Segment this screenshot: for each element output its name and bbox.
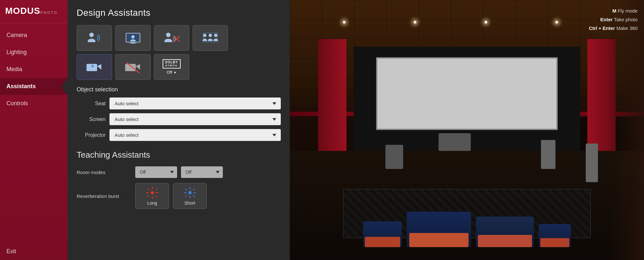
svg-line-25 bbox=[156, 196, 157, 197]
object-selection-label: Object selection bbox=[77, 86, 281, 93]
svg-rect-16 bbox=[125, 64, 136, 71]
sidebar-item-controls[interactable]: Controls bbox=[0, 95, 68, 112]
screen-label: Screen bbox=[77, 116, 106, 122]
svg-line-27 bbox=[147, 196, 149, 197]
svg-point-6 bbox=[166, 33, 171, 37]
icon-buttons-row-2: DOLBY ATMOS Off ▼ bbox=[77, 54, 281, 80]
seat-label: Seat bbox=[77, 101, 106, 107]
sidebar-item-lighting[interactable]: Lighting bbox=[0, 44, 68, 61]
center-speaker bbox=[439, 133, 471, 151]
room-modes-row: Room modes Off Mode 1 Mode 2 Off Mode 1 … bbox=[77, 166, 281, 178]
main-panel: Design Assistants bbox=[68, 0, 290, 260]
right-wall bbox=[609, 0, 644, 260]
sidebar-item-media[interactable]: Media bbox=[0, 61, 68, 78]
svg-point-9 bbox=[203, 34, 206, 37]
svg-line-26 bbox=[156, 189, 157, 190]
projector-row: Projector Auto select Manual select None bbox=[77, 129, 281, 141]
viewport: M Fly mode Enter Take photo Ctrl + Enter… bbox=[290, 0, 644, 260]
logo-text: MODUS bbox=[5, 6, 40, 16]
seat-row bbox=[308, 212, 626, 247]
svg-line-36 bbox=[185, 195, 187, 197]
teaching-assistants-section: Teaching Assistants Room modes Off Mode … bbox=[77, 150, 281, 209]
person-sound-button[interactable] bbox=[77, 25, 112, 51]
seat-4 bbox=[539, 224, 571, 247]
sidebar-item-camera[interactable]: Camera bbox=[0, 27, 68, 44]
screen-row: Screen Auto select Manual select None bbox=[77, 113, 281, 125]
projector-select[interactable]: Auto select Manual select None bbox=[109, 129, 281, 141]
svg-rect-5 bbox=[130, 43, 137, 44]
reverberation-long-button[interactable]: Long bbox=[135, 183, 169, 209]
sidebar-item-assistants[interactable]: Assistants bbox=[0, 78, 68, 95]
nav-items: Camera Lighting Media Assistants Control… bbox=[0, 27, 68, 112]
icon-buttons-row-1 bbox=[77, 25, 281, 51]
seat-2 bbox=[407, 212, 471, 247]
subwoofer-right bbox=[541, 140, 555, 169]
reverberation-label: Reverberation burst bbox=[77, 193, 131, 199]
large-speaker bbox=[586, 144, 598, 182]
exit-button[interactable]: Exit bbox=[0, 243, 68, 260]
camera-mute-button[interactable] bbox=[115, 54, 151, 80]
room-modes-select-1[interactable]: Off Mode 1 Mode 2 bbox=[135, 166, 177, 178]
screen-person-button[interactable] bbox=[115, 25, 151, 51]
svg-point-0 bbox=[89, 33, 94, 37]
reverberation-short-button[interactable]: Short bbox=[173, 183, 207, 209]
svg-marker-17 bbox=[136, 64, 140, 70]
svg-line-34 bbox=[193, 195, 194, 197]
panel-title: Design Assistants bbox=[77, 8, 281, 18]
seat-row: Seat Auto select Manual select None bbox=[77, 98, 281, 109]
reverb-long-label: Long bbox=[147, 200, 157, 206]
reverberation-row: Reverberation burst Long bbox=[77, 183, 281, 209]
seat-3 bbox=[476, 217, 534, 247]
camera-star-button[interactable] bbox=[77, 54, 112, 80]
group-display-button[interactable] bbox=[193, 25, 228, 51]
svg-point-10 bbox=[209, 34, 212, 37]
logo-sub: PHOTO bbox=[40, 11, 58, 14]
logo: MODUSPHOTO bbox=[5, 6, 62, 16]
person-mute-button[interactable] bbox=[154, 25, 189, 51]
dolby-status: Off ▼ bbox=[166, 70, 176, 75]
room-modes-label: Room modes bbox=[77, 170, 131, 175]
subwoofer-left bbox=[385, 145, 403, 169]
svg-line-35 bbox=[193, 189, 194, 190]
svg-line-24 bbox=[147, 189, 149, 190]
seat-1 bbox=[363, 221, 402, 247]
svg-marker-14 bbox=[97, 64, 101, 70]
teaching-assistants-title: Teaching Assistants bbox=[77, 150, 281, 160]
logo-area: MODUSPHOTO bbox=[0, 0, 68, 23]
theater-scene: M Fly mode Enter Take photo Ctrl + Enter… bbox=[290, 0, 644, 260]
projector-label: Projector bbox=[77, 132, 106, 138]
svg-point-3 bbox=[131, 35, 135, 38]
sidebar: MODUSPHOTO Camera Lighting Media Assista… bbox=[0, 0, 68, 260]
svg-point-19 bbox=[151, 191, 154, 194]
svg-point-11 bbox=[214, 34, 217, 37]
room-modes-select-2[interactable]: Off Mode 1 Mode 2 bbox=[181, 166, 223, 178]
svg-rect-4 bbox=[132, 42, 135, 43]
projection-screen bbox=[376, 57, 557, 130]
seat-select[interactable]: Auto select Manual select None bbox=[109, 98, 281, 109]
screen-select[interactable]: Auto select Manual select None bbox=[109, 113, 281, 125]
svg-line-33 bbox=[185, 189, 187, 190]
dolby-atmos-button[interactable]: DOLBY ATMOS Off ▼ bbox=[154, 54, 189, 80]
dolby-logo: DOLBY ATMOS bbox=[163, 59, 181, 69]
svg-point-28 bbox=[188, 191, 192, 194]
reverb-short-label: Short bbox=[185, 200, 195, 206]
